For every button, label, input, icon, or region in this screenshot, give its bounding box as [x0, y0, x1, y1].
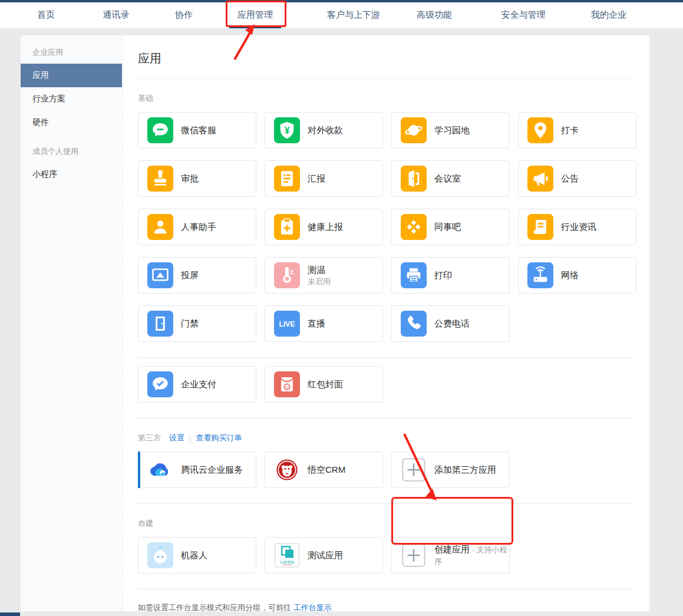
app-card-text: 对外收款 [308, 124, 343, 136]
svg-text:LIVE: LIVE [279, 320, 295, 328]
app-card-tencent-cloud[interactable]: 腾讯云企业服务 [138, 452, 256, 488]
bottom-left-navy-bar [0, 612, 20, 616]
section-label: 自建 [138, 518, 153, 529]
app-card-text: 测温未启用 [308, 264, 331, 286]
app-label: 人事助手 [181, 222, 216, 232]
app-label: 打印 [434, 270, 452, 280]
app-label: 腾讯云企业服务 [181, 465, 243, 475]
section-header: 第三方设置|查看购买订单 [138, 419, 634, 452]
app-card-text: 健康上报 [308, 221, 343, 233]
app-card-red-packet[interactable]: ω红包封面 [265, 366, 383, 403]
app-card-text: 门禁 [181, 318, 199, 330]
link-separator: | [189, 434, 191, 443]
app-label: 会议室 [434, 173, 461, 183]
app-label: 公告 [561, 173, 579, 183]
sidebar: 企业应用应用行业方案硬件成员个人使用小程序 [21, 35, 122, 611]
section-link[interactable]: 设置 [169, 433, 184, 443]
app-card-pay-bubble-check[interactable]: 企业支付 [138, 366, 256, 403]
app-card-text: 红包封面 [308, 378, 343, 390]
app-label: 添加第三方应用 [434, 465, 496, 475]
section-label: 第三方 [138, 433, 161, 443]
stamp-icon [147, 166, 173, 192]
section-header: 基础 [138, 79, 634, 112]
app-card-text: 创建应用 · 支持小程序 [434, 543, 509, 567]
app-card-text: 网络 [561, 269, 579, 281]
app-card-screen-cast[interactable]: 投屏 [138, 257, 256, 294]
robot-icon [147, 542, 173, 568]
live-icon: LIVE [274, 311, 300, 337]
section-link[interactable]: 查看购买订单 [196, 433, 242, 443]
sidebar-group-label: 企业应用 [21, 35, 122, 64]
nav-tab-1[interactable]: 首页 [37, 2, 55, 28]
app-card-monkey-logo[interactable]: 悟空CRM [265, 452, 383, 488]
app-label: 审批 [181, 173, 199, 183]
app-card-plus-square[interactable]: 添加第三方应用 [391, 452, 510, 488]
nav-tab-7[interactable]: 安全与管理 [501, 2, 546, 28]
nav-tab-2[interactable]: 通讯录 [103, 2, 130, 28]
app-card-router[interactable]: 网络 [518, 257, 636, 294]
app-card-stamp[interactable]: 审批 [138, 160, 256, 197]
nav-tab-3[interactable]: 协作 [175, 2, 193, 28]
footer-note-text: 如需设置工作台显示模式和应用分组，可前往 [138, 603, 293, 612]
app-card-text: 同事吧 [434, 221, 461, 233]
app-card-thermometer[interactable]: 测温未启用 [265, 257, 383, 294]
app-card-live[interactable]: LIVE直播 [265, 305, 383, 342]
sidebar-item[interactable]: 应用 [21, 64, 122, 87]
workbench-display-link[interactable]: 工作台显示 [293, 603, 332, 612]
app-card-phone[interactable]: 公费电话 [391, 305, 510, 342]
app-label: 测试应用 [308, 550, 343, 560]
app-card-shield-yen[interactable]: ¥对外收款 [265, 112, 383, 149]
person-icon [147, 214, 173, 240]
app-card-megaphone[interactable]: 公告 [518, 160, 636, 197]
app-label: 企业支付 [181, 379, 216, 389]
footer-note: 如需设置工作台显示模式和应用分组，可前往 工作台显示 [138, 589, 634, 616]
chat-icon [147, 117, 173, 143]
app-card-test-app-logo[interactable]: 云脉智能测试应用 [265, 537, 383, 574]
nav-tab-4[interactable]: 应用管理 [237, 2, 273, 28]
app-card-printer[interactable]: 打印 [391, 257, 510, 294]
app-card-clipboard-plus[interactable]: 健康上报 [265, 209, 383, 245]
app-card-text: 打卡 [561, 124, 579, 136]
app-label: 健康上报 [308, 222, 343, 232]
clipboard-plus-icon [274, 214, 300, 240]
screen-cast-icon [147, 262, 173, 288]
app-card-text: 微信客服 [181, 124, 216, 136]
app-card-text: 打印 [434, 269, 452, 281]
plus-square-icon [401, 457, 427, 483]
open-door-icon [401, 166, 427, 192]
app-card-person[interactable]: 人事助手 [138, 209, 256, 245]
app-card-report-doc[interactable]: 汇报 [265, 160, 383, 197]
nav-tab-5[interactable]: 客户与上下游 [327, 2, 380, 28]
app-label: 投屏 [181, 270, 199, 280]
shield-yen-icon: ¥ [274, 117, 300, 143]
app-card-planet[interactable]: 学习园地 [391, 112, 510, 149]
app-label: 打卡 [561, 125, 579, 135]
nav-tab-8[interactable]: 我的企业 [591, 2, 626, 28]
news-scroll-icon [527, 214, 553, 240]
app-card-chat[interactable]: 微信客服 [138, 112, 256, 149]
app-card-diamond[interactable]: 同事吧 [391, 209, 510, 245]
report-doc-icon [274, 166, 300, 192]
app-card-text: 测试应用 [308, 549, 343, 561]
nav-tab-6[interactable]: 高级功能 [417, 2, 452, 28]
app-label: 同事吧 [434, 222, 461, 232]
app-card-door-access[interactable]: 门禁 [138, 305, 256, 342]
sidebar-item[interactable]: 行业方案 [21, 87, 122, 111]
app-card-text: 公告 [561, 173, 579, 185]
app-card-open-door[interactable]: 会议室 [391, 160, 510, 197]
page-title: 应用 [138, 35, 634, 78]
app-card-news-scroll[interactable]: 行业资讯 [518, 209, 636, 245]
app-card-text: 直播 [308, 318, 325, 330]
app-card-location-pin[interactable]: 打卡 [518, 112, 636, 149]
plus-square-icon [401, 542, 427, 568]
app-management-page: 首页通讯录协作应用管理客户与上下游高级功能安全与管理我的企业 企业应用应用行业方… [0, 0, 683, 616]
pay-bubble-check-icon [147, 371, 173, 397]
sidebar-item[interactable]: 硬件 [21, 111, 122, 134]
app-card-text: 审批 [181, 173, 199, 185]
app-card-robot[interactable]: 机器人 [138, 537, 256, 574]
sidebar-group-label: 成员个人使用 [21, 134, 122, 163]
sidebar-item[interactable]: 小程序 [21, 163, 122, 186]
app-card-plus-square[interactable]: 创建应用 · 支持小程序 [391, 537, 510, 574]
test-app-logo-icon: 云脉智能 [274, 542, 300, 568]
app-label: 网络 [561, 270, 579, 280]
